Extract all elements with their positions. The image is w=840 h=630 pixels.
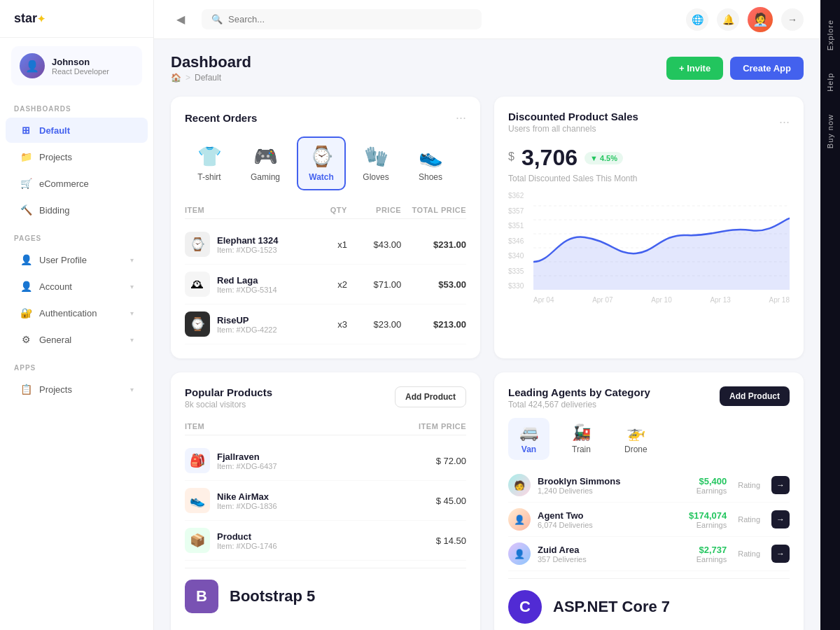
order-info: RiseUP Item: #XDG-4222 <box>217 315 277 334</box>
add-product-button[interactable]: Add Product <box>395 386 466 407</box>
sidebar-item-bidding[interactable]: 🔨 Bidding <box>6 197 148 223</box>
agent-row: 🧑 Brooklyn Simmons 1,240 Deliveries $5,4… <box>508 468 790 503</box>
sidebar-item-ecommerce[interactable]: 🛒 eCommerce <box>6 171 148 196</box>
sidebar-item-general[interactable]: ⚙ General ▾ <box>6 327 148 352</box>
sidebar-item-apps-projects[interactable]: 📋 Projects ▾ <box>6 377 148 402</box>
sidebar-item-authentication[interactable]: 🔐 Authentication ▾ <box>6 300 148 326</box>
sidebar-item-label: User Profile <box>39 255 123 265</box>
sales-currency: $ <box>508 150 514 163</box>
product-name: Nike AirMax <box>217 491 277 502</box>
product-price: $ 72.00 <box>372 456 466 466</box>
tab-van[interactable]: 🚐 Van <box>508 418 550 460</box>
globe-icon[interactable]: 🌐 <box>686 8 708 31</box>
sidebar-item-label: Bidding <box>39 205 134 216</box>
agent-stats: $5,400 Earnings <box>627 476 727 495</box>
create-app-button[interactable]: Create App <box>730 57 804 80</box>
order-name: Elephant 1324 <box>217 235 278 246</box>
user-profile-icon: 👤 <box>20 253 32 266</box>
sidebar-item-user-profile[interactable]: 👤 User Profile ▾ <box>6 247 148 272</box>
agent-deliveries: 1,240 Deliveries <box>538 486 620 495</box>
chart-x-labels: Apr 04 Apr 07 Apr 10 Apr 13 Apr 18 <box>533 296 790 304</box>
product-item: 📦 Product Item: #XDG-1746 <box>185 528 372 553</box>
agent-stats: $174,074 Earnings <box>600 510 727 529</box>
product-info: Product Item: #XDG-1746 <box>217 531 277 550</box>
logo: star✦ <box>0 0 153 38</box>
col-price: PRICE <box>347 206 401 214</box>
sidebar-item-account[interactable]: 👤 Account ▾ <box>6 274 148 299</box>
tab-gaming[interactable]: 🎮 Gaming <box>239 136 291 190</box>
col-qty: QTY <box>293 206 347 214</box>
card-title-group: Recent Orders <box>185 112 257 124</box>
sidebar: star✦ 👤 Johnson React Developer DASHBOAR… <box>0 0 154 630</box>
category-tabs: 👕 T-shirt 🎮 Gaming ⌚ Watch 🧤 Gloves <box>185 136 466 190</box>
sidebar-item-label: Authentication <box>39 308 123 318</box>
agent-info: Agent Two 6,074 Deliveries <box>538 510 593 529</box>
help-action[interactable]: Help <box>823 62 837 103</box>
train-icon: 🚂 <box>572 424 591 442</box>
col-item: ITEM <box>185 206 293 214</box>
product-name: Product <box>217 531 277 542</box>
asp-title: ASP.NET Core 7 <box>553 598 670 616</box>
tab-shoes[interactable]: 👟 Shoes <box>406 136 455 190</box>
user-name: Johnson <box>52 57 109 67</box>
breadcrumb: 🏠 > Default <box>171 73 251 83</box>
card-menu-icon[interactable]: ··· <box>779 115 790 130</box>
card-title: Recent Orders <box>185 112 257 124</box>
breadcrumb-home-icon: 🏠 <box>171 73 181 83</box>
order-item: ⌚ Elephant 1324 Item: #XDG-1523 <box>185 232 293 257</box>
sidebar-item-label: Projects <box>39 384 123 395</box>
page-actions: + Invite Create App <box>666 57 804 80</box>
arrow-right-icon[interactable]: → <box>781 8 804 31</box>
product-price: $ 14.50 <box>372 536 466 546</box>
sidebar-item-default[interactable]: ⊞ Default <box>6 118 148 143</box>
agents-card-header: Leading Agents by Category Total 424,567… <box>508 386 790 410</box>
agent-arrow-button[interactable]: → <box>771 510 790 528</box>
products-title-group: Popular Products 8k social visitors <box>185 386 272 410</box>
tab-gloves[interactable]: 🧤 Gloves <box>351 136 400 190</box>
product-row: 🎒 Fjallraven Item: #XDG-6437 $ 72.00 <box>185 441 466 481</box>
product-id: Item: #XDG-6437 <box>217 462 277 470</box>
product-id: Item: #XDG-1836 <box>217 502 277 510</box>
buy-now-action[interactable]: Buy now <box>823 103 837 160</box>
card-header: Discounted Product Sales Users from all … <box>508 111 790 134</box>
y-label: $362 <box>508 192 524 200</box>
order-qty: x3 <box>293 319 347 330</box>
order-thumb: ⌚ <box>185 312 210 337</box>
rating-label: Rating <box>738 515 760 524</box>
tab-train[interactable]: 🚂 Train <box>561 418 602 460</box>
tab-label: Train <box>572 444 591 454</box>
invite-button[interactable]: + Invite <box>666 57 723 80</box>
search-input[interactable] <box>228 14 472 24</box>
chevron-down-icon: ▾ <box>130 336 134 344</box>
sales-chart: $362 $357 $351 $346 $340 $335 $330 <box>508 192 790 304</box>
tab-watch[interactable]: ⌚ Watch <box>297 136 346 190</box>
explore-action[interactable]: Explore <box>823 8 837 62</box>
notification-icon[interactable]: 🔔 <box>717 8 739 31</box>
y-label: $351 <box>508 222 524 230</box>
header-avatar[interactable]: 🧑‍💼 <box>748 7 773 32</box>
product-info: Nike AirMax Item: #XDG-1836 <box>217 491 277 510</box>
collapse-button[interactable]: ◀ <box>171 10 190 29</box>
sidebar-item-projects[interactable]: 📁 Projects <box>6 144 148 169</box>
card-menu-icon[interactable]: ··· <box>456 111 466 125</box>
tab-drone[interactable]: 🚁 Drone <box>613 418 659 460</box>
sidebar-item-label: Account <box>39 281 123 292</box>
add-product-button-2[interactable]: Add Product <box>720 386 790 406</box>
main-area: ◀ 🔍 🌐 🔔 🧑‍💼 → Dashboard 🏠 > Default <box>154 0 820 630</box>
agent-arrow-button[interactable]: → <box>771 476 790 494</box>
agent-name: Agent Two <box>538 510 593 521</box>
agent-stats: $2,737 Earnings <box>594 545 727 564</box>
user-profile-card[interactable]: 👤 Johnson React Developer <box>11 46 142 85</box>
header: ◀ 🔍 🌐 🔔 🧑‍💼 → <box>154 0 820 39</box>
chevron-down-icon: ▾ <box>130 283 134 290</box>
tab-tshirt[interactable]: 👕 T-shirt <box>185 136 234 190</box>
order-item: ⌚ RiseUP Item: #XDG-4222 <box>185 312 293 337</box>
gloves-icon: 🧤 <box>364 145 388 168</box>
agents-subtitle: Total 424,567 deliveries <box>508 400 650 410</box>
agent-arrow-button[interactable]: → <box>771 545 790 563</box>
order-thumb: ⌚ <box>185 232 210 257</box>
product-id: Item: #XDG-1746 <box>217 542 277 550</box>
order-name: RiseUP <box>217 315 277 326</box>
drone-icon: 🚁 <box>626 424 645 442</box>
product-row: 👟 Nike AirMax Item: #XDG-1836 $ 45.00 <box>185 481 466 521</box>
